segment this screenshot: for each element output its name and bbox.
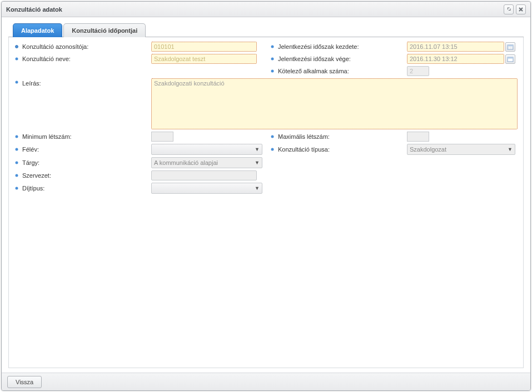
input-kotelezo bbox=[407, 66, 429, 76]
bullet-icon bbox=[14, 57, 19, 61]
dialog-window: Konzultáció adatok Alapadatok Konzultáci… bbox=[1, 1, 531, 391]
chevron-down-icon: ▼ bbox=[508, 147, 513, 152]
bullet-icon bbox=[14, 186, 19, 190]
select-felev[interactable]: ▼ bbox=[151, 144, 262, 155]
svg-point-9 bbox=[271, 58, 274, 61]
svg-point-13 bbox=[16, 81, 18, 84]
svg-rect-11 bbox=[508, 57, 513, 59]
textarea-leiras[interactable] bbox=[151, 78, 518, 129]
label-targy: Tárgy: bbox=[22, 159, 39, 166]
window-title: Konzultáció adatok bbox=[6, 6, 501, 13]
bullet-icon bbox=[14, 134, 19, 139]
bullet-icon bbox=[14, 173, 19, 178]
select-konz-tipus: Szakdolgozat▼ bbox=[407, 144, 515, 155]
label-max-letszam: Maximális létszám: bbox=[278, 133, 330, 140]
chevron-down-icon: ▼ bbox=[255, 147, 260, 152]
bullet-icon bbox=[14, 160, 19, 165]
input-min-letszam[interactable] bbox=[151, 132, 173, 142]
label-min-letszam: Minimum létszám: bbox=[22, 133, 72, 140]
form-panel: Konzultáció azonosítója: Jelentkezési id… bbox=[8, 37, 524, 368]
bullet-icon bbox=[14, 147, 19, 152]
bullet-icon bbox=[270, 44, 275, 49]
label-konz-tipus: Konzultáció típusa: bbox=[278, 146, 330, 153]
select-targy: A kommunikáció alapjai▼ bbox=[151, 157, 262, 168]
label-leiras: Leírás: bbox=[22, 80, 41, 87]
bullet-icon bbox=[270, 69, 275, 73]
bullet-icon bbox=[14, 80, 19, 84]
svg-rect-4 bbox=[508, 45, 513, 47]
chevron-down-icon: ▼ bbox=[255, 185, 260, 191]
input-max-letszam[interactable] bbox=[407, 132, 429, 142]
svg-point-15 bbox=[271, 135, 274, 138]
svg-point-20 bbox=[16, 187, 18, 190]
tab-bar: Alapadatok Konzultáció időpontjai bbox=[8, 23, 524, 37]
select-targy-value: A kommunikáció alapjai bbox=[154, 159, 218, 166]
label-azonosito: Konzultáció azonosítója: bbox=[22, 43, 88, 50]
tab-idopontjai[interactable]: Konzultáció időpontjai bbox=[63, 23, 146, 37]
label-felev: Félév: bbox=[22, 146, 39, 153]
label-szervezet: Szervezet: bbox=[22, 172, 51, 179]
input-jel-vege[interactable] bbox=[407, 54, 504, 64]
select-dijtipus[interactable]: ▼ bbox=[151, 183, 262, 194]
bullet-icon bbox=[270, 147, 275, 152]
input-azonosito[interactable] bbox=[151, 42, 257, 52]
calendar-icon[interactable] bbox=[505, 54, 515, 64]
close-button[interactable] bbox=[516, 4, 526, 14]
svg-point-16 bbox=[16, 148, 18, 151]
svg-point-19 bbox=[16, 174, 18, 177]
content-area: Alapadatok Konzultáció időpontjai Konzul… bbox=[2, 17, 530, 373]
bullet-icon bbox=[270, 134, 275, 139]
svg-point-14 bbox=[16, 135, 18, 138]
back-button[interactable]: Vissza bbox=[7, 376, 42, 388]
label-jel-kezdet: Jelentkezési időszak kezdete: bbox=[278, 43, 359, 50]
svg-point-18 bbox=[16, 162, 18, 164]
chevron-down-icon: ▼ bbox=[255, 160, 260, 165]
label-jel-vege: Jelentkezési időszak vége: bbox=[278, 56, 351, 62]
titlebar: Konzultáció adatok bbox=[2, 2, 530, 17]
bullet-icon bbox=[270, 57, 275, 61]
svg-point-8 bbox=[16, 58, 18, 61]
label-neve: Konzultáció neve: bbox=[22, 56, 71, 62]
input-neve[interactable] bbox=[151, 54, 257, 64]
calendar-icon[interactable] bbox=[505, 42, 515, 52]
maximize-button[interactable] bbox=[504, 4, 514, 14]
label-dijtipus: Díjtípus: bbox=[22, 185, 44, 192]
tab-alapadatok[interactable]: Alapadatok bbox=[13, 23, 62, 37]
svg-point-12 bbox=[271, 70, 274, 73]
svg-point-17 bbox=[271, 148, 274, 151]
input-szervezet[interactable] bbox=[151, 170, 257, 180]
bullet-icon bbox=[14, 44, 19, 49]
svg-point-2 bbox=[271, 46, 274, 48]
label-kotelezo: Kötelező alkalmak száma: bbox=[278, 68, 349, 74]
input-jel-kezdet[interactable] bbox=[407, 42, 504, 52]
select-konz-tipus-value: Szakdolgozat bbox=[410, 146, 446, 153]
footer-bar: Vissza bbox=[2, 373, 530, 390]
